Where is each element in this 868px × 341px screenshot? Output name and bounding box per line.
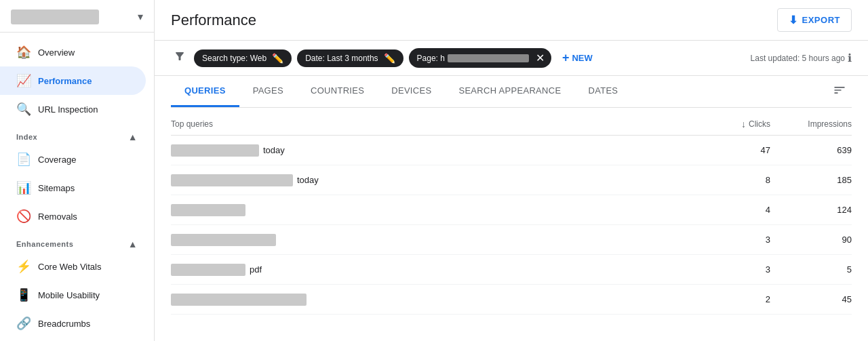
clicks-value: 2 <box>766 294 770 304</box>
sidebar: ▾ 🏠 Overview 📈 Performance 🔍 URL Inspect… <box>0 0 155 341</box>
page-chip-prefix: Page: h <box>417 54 445 63</box>
query-cell <box>171 294 675 306</box>
sidebar-item-label: URL Inspection <box>38 104 98 115</box>
clicks-cell: 3 <box>675 235 770 245</box>
sidebar-section-enhancements[interactable]: Enhancements ▲ <box>0 230 154 252</box>
col-header-impressions[interactable]: Impressions <box>770 119 852 129</box>
core-web-vitals-icon: ⚡ <box>16 259 30 274</box>
info-icon: ℹ <box>848 52 852 64</box>
breadcrumbs-icon: 🔗 <box>16 316 30 331</box>
main-content: Performance ⬇ EXPORT Search type: Web ✏️… <box>155 0 868 341</box>
query-bar <box>171 204 245 216</box>
impressions-cell: 5 <box>770 264 852 275</box>
clicks-cell: 3 <box>675 264 770 275</box>
query-cell <box>171 234 675 246</box>
export-button[interactable]: ⬇ EXPORT <box>777 8 852 32</box>
tab-dates[interactable]: DATES <box>574 76 631 107</box>
coverage-icon: 📄 <box>16 152 30 167</box>
search-icon: 🔍 <box>16 102 30 117</box>
sidebar-item-overview[interactable]: 🏠 Overview <box>0 38 146 66</box>
table-row: 2 45 <box>171 285 852 315</box>
impressions-cell: 639 <box>770 145 852 155</box>
plus-icon: + <box>562 51 570 65</box>
clicks-cell: 4 <box>675 205 770 215</box>
last-updated-text: Last updated: 5 hours ago <box>751 54 845 63</box>
page-chip-close-button[interactable]: ✕ <box>532 52 549 64</box>
sidebar-item-url-inspection[interactable]: 🔍 URL Inspection <box>0 95 146 123</box>
export-icon: ⬇ <box>789 14 798 26</box>
query-suffix: today <box>263 145 285 155</box>
clicks-cell: 8 <box>675 175 770 185</box>
date-chip-label: Date: Last 3 months <box>305 54 378 63</box>
sidebar-item-label: Sitemaps <box>38 183 75 193</box>
sidebar-collapse-icon[interactable]: ▾ <box>138 10 143 23</box>
removals-icon: 🚫 <box>16 209 30 224</box>
new-filter-button[interactable]: + NEW <box>557 48 598 68</box>
impressions-value: 639 <box>837 145 852 155</box>
content-area: QUERIES PAGES COUNTRIES DEVICES SEARCH A… <box>155 76 868 341</box>
sidebar-item-performance[interactable]: 📈 Performance <box>0 66 146 95</box>
page-title: Performance <box>171 12 256 29</box>
query-suffix: today <box>297 175 319 185</box>
tab-queries[interactable]: QUERIES <box>171 76 239 107</box>
sort-columns-icon[interactable] <box>827 78 852 106</box>
query-bar <box>171 264 245 276</box>
table-row: 3 90 <box>171 225 852 255</box>
search-type-chip[interactable]: Search type: Web ✏️ <box>194 49 292 67</box>
last-updated: Last updated: 5 hours ago ℹ <box>751 52 852 64</box>
sidebar-item-label: Breadcrumbs <box>38 319 90 329</box>
date-chip[interactable]: Date: Last 3 months ✏️ <box>297 49 403 67</box>
impressions-cell: 185 <box>770 175 852 185</box>
impressions-label: Impressions <box>808 119 852 129</box>
sidebar-item-core-web-vitals[interactable]: ⚡ Core Web Vitals <box>0 252 146 281</box>
tab-search-appearance[interactable]: SEARCH APPEARANCE <box>445 76 574 107</box>
tab-devices[interactable]: DEVICES <box>378 76 445 107</box>
sidebar-item-label: Performance <box>38 76 92 86</box>
query-bar <box>171 174 293 186</box>
mobile-usability-icon: 📱 <box>16 287 30 302</box>
export-label: EXPORT <box>802 15 840 25</box>
sidebar-item-sitemaps[interactable]: 📊 Sitemaps <box>0 174 146 202</box>
sidebar-item-label: Core Web Vitals <box>38 262 101 272</box>
sidebar-item-removals[interactable]: 🚫 Removals <box>0 202 146 230</box>
sidebar-nav: 🏠 Overview 📈 Performance 🔍 URL Inspectio… <box>0 33 154 341</box>
clicks-label: Clicks <box>749 119 770 129</box>
query-bar <box>171 144 259 157</box>
query-cell: today <box>171 174 675 186</box>
index-section-label: Index <box>16 133 37 141</box>
sidebar-section-index[interactable]: Index ▲ <box>0 123 154 145</box>
col-header-query: Top queries <box>171 119 675 129</box>
sidebar-item-coverage[interactable]: 📄 Coverage <box>0 145 146 174</box>
page-chip[interactable]: Page: h ✕ <box>409 48 551 68</box>
table-row: today 8 185 <box>171 165 852 195</box>
query-suffix: pdf <box>250 264 262 275</box>
clicks-cell: 2 <box>675 294 770 304</box>
top-queries-label: Top queries <box>171 119 213 129</box>
sidebar-item-logos[interactable]: 🖼️ Logos <box>0 338 146 341</box>
query-cell: today <box>171 144 675 157</box>
sidebar-item-label: Overview <box>38 47 75 58</box>
tab-countries[interactable]: COUNTRIES <box>297 76 378 107</box>
clicks-value: 3 <box>766 264 770 275</box>
table-header: Top queries ↓ Clicks Impressions <box>171 113 852 136</box>
performance-icon: 📈 <box>16 73 30 88</box>
sitemaps-icon: 📊 <box>16 180 30 195</box>
sidebar-item-mobile-usability[interactable]: 📱 Mobile Usability <box>0 281 146 309</box>
col-header-clicks[interactable]: ↓ Clicks <box>675 119 770 129</box>
query-cell: pdf <box>171 264 675 276</box>
query-cell <box>171 204 675 216</box>
sidebar-item-breadcrumbs[interactable]: 🔗 Breadcrumbs <box>0 309 146 338</box>
impressions-cell: 90 <box>770 235 852 245</box>
tabs-row: QUERIES PAGES COUNTRIES DEVICES SEARCH A… <box>171 76 852 108</box>
impressions-value: 185 <box>837 175 852 185</box>
impressions-value: 45 <box>842 294 852 304</box>
table-row: pdf 3 5 <box>171 255 852 285</box>
enhancements-section-label: Enhancements <box>16 240 73 248</box>
query-bar <box>171 294 307 306</box>
clicks-cell: 47 <box>675 145 770 155</box>
impressions-value: 124 <box>837 205 852 215</box>
sidebar-item-label: Removals <box>38 212 77 222</box>
sidebar-logo-area: ▾ <box>0 0 154 33</box>
tab-pages[interactable]: PAGES <box>239 76 297 107</box>
filter-icon[interactable] <box>171 47 189 68</box>
